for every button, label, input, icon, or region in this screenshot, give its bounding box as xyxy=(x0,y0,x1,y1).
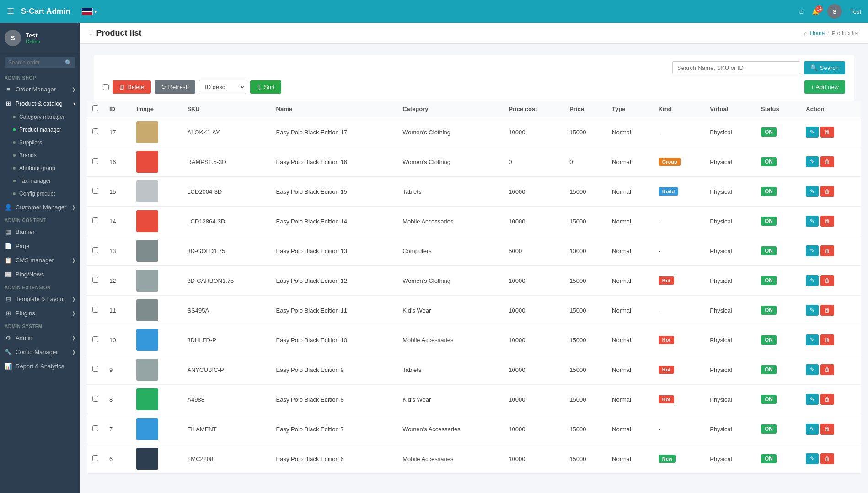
td-image xyxy=(131,177,182,207)
delete-row-button[interactable]: 🗑 xyxy=(820,305,834,316)
sidebar-item-plugins[interactable]: ⊞ Plugins ❯ xyxy=(0,306,80,320)
row-checkbox[interactable] xyxy=(92,366,98,372)
td-sku: TMC2208 xyxy=(182,444,270,474)
td-category: Kid's Wear xyxy=(397,385,503,414)
delete-row-button[interactable]: 🗑 xyxy=(820,394,834,405)
td-sku: RAMPS1.5-3D xyxy=(182,147,270,177)
select-all-checkbox[interactable] xyxy=(103,84,109,90)
sidebar-item-report-analytics[interactable]: 📊 Report & Analytics xyxy=(0,359,80,373)
page-title: Product list xyxy=(96,28,142,38)
sort-select[interactable]: ID desc ID asc Name asc Name desc xyxy=(199,80,246,94)
sidebar-item-banner[interactable]: ▦ Banner xyxy=(0,225,80,239)
row-checkbox[interactable] xyxy=(92,307,98,313)
sidebar-item-config-product[interactable]: Config product xyxy=(0,187,80,200)
sidebar-item-cms-manager[interactable]: 📋 CMS manager ❯ xyxy=(0,253,80,267)
top-user-name[interactable]: Test xyxy=(850,8,861,15)
td-price-cost: 10000 xyxy=(503,207,564,236)
td-image xyxy=(131,355,182,385)
sidebar-item-page[interactable]: 📄 Page xyxy=(0,239,80,253)
sidebar-item-suppliers[interactable]: Suppliers xyxy=(0,136,80,149)
add-new-button[interactable]: + Add new xyxy=(804,80,845,94)
kind-badge: Build xyxy=(659,187,679,196)
td-status: ON xyxy=(755,325,800,355)
edit-button[interactable]: ✎ xyxy=(806,216,819,227)
sidebar-item-admin[interactable]: ⚙ Admin ❯ xyxy=(0,331,80,345)
edit-button[interactable]: ✎ xyxy=(806,364,819,375)
td-type: Normal xyxy=(606,236,653,266)
notifications-count: 14 xyxy=(815,5,823,13)
breadcrumb-home[interactable]: Home xyxy=(810,30,825,37)
td-category: Mobile Accessaries xyxy=(397,207,503,236)
edit-button[interactable]: ✎ xyxy=(806,275,819,286)
delete-row-button[interactable]: 🗑 xyxy=(820,245,834,256)
language-selector[interactable]: ▾ xyxy=(82,8,97,15)
search-input[interactable] xyxy=(672,61,800,74)
row-checkbox[interactable] xyxy=(92,128,98,134)
edit-button[interactable]: ✎ xyxy=(806,453,819,464)
row-checkbox[interactable] xyxy=(92,455,98,461)
delete-row-button[interactable]: 🗑 xyxy=(820,186,834,197)
edit-button[interactable]: ✎ xyxy=(806,334,819,345)
delete-row-button[interactable]: 🗑 xyxy=(820,127,834,138)
sidebar-item-attribute-group[interactable]: Attribute group xyxy=(0,162,80,175)
row-checkbox[interactable] xyxy=(92,158,98,164)
delete-row-button[interactable]: 🗑 xyxy=(820,216,834,227)
sidebar-item-customer-manager[interactable]: 👤 Customer Manager ❯ xyxy=(0,200,80,214)
list-icon: ≡ xyxy=(89,30,93,37)
row-checkbox[interactable] xyxy=(92,396,98,402)
edit-button[interactable]: ✎ xyxy=(806,245,819,256)
home-icon-bc: ⌂ xyxy=(804,30,807,37)
row-checkbox[interactable] xyxy=(92,336,98,342)
delete-row-button[interactable]: 🗑 xyxy=(820,156,834,167)
avatar[interactable]: S xyxy=(827,4,842,19)
delete-button[interactable]: 🗑 Delete xyxy=(113,80,151,94)
sidebar-item-product-catalog[interactable]: ⊞ Product & catalog ▾ xyxy=(0,96,80,111)
row-checkbox[interactable] xyxy=(92,425,98,431)
dot-icon xyxy=(13,141,16,144)
edit-button[interactable]: ✎ xyxy=(806,394,819,405)
sidebar-item-template-layout[interactable]: ⊟ Template & Layout ❯ xyxy=(0,292,80,306)
delete-row-button[interactable]: 🗑 xyxy=(820,453,834,464)
td-type: Normal xyxy=(606,444,653,474)
edit-button[interactable]: ✎ xyxy=(806,156,819,167)
delete-row-button[interactable]: 🗑 xyxy=(820,334,834,345)
section-admin-system: ADMIN SYSTEM xyxy=(0,320,80,331)
td-category: Computers xyxy=(397,236,503,266)
td-sku: 3D-GOLD1.75 xyxy=(182,236,270,266)
delete-row-button[interactable]: 🗑 xyxy=(820,364,834,375)
sidebar-user-status: Online xyxy=(26,39,40,44)
td-kind: Hot xyxy=(653,355,705,385)
sidebar-item-brands[interactable]: Brands xyxy=(0,149,80,162)
refresh-button[interactable]: ↻ Refresh xyxy=(155,80,196,94)
row-checkbox[interactable] xyxy=(92,217,98,223)
sidebar-item-category-manager[interactable]: Category manager xyxy=(0,111,80,123)
sidebar-item-tax-manager[interactable]: Tax manager xyxy=(0,175,80,187)
sidebar-item-product-manager[interactable]: Product manager xyxy=(0,123,80,136)
section-admin-content: ADMIN CONTENT xyxy=(0,214,80,225)
sidebar-item-blog-news[interactable]: 📰 Blog/News xyxy=(0,267,80,281)
edit-button[interactable]: ✎ xyxy=(806,424,819,435)
sort-button[interactable]: ⇅ Sort xyxy=(250,80,281,94)
delete-row-button[interactable]: 🗑 xyxy=(820,424,834,435)
search-button[interactable]: 🔍 Search xyxy=(804,61,845,74)
sidebar-item-order-manager[interactable]: ≡ Order Manager ❯ xyxy=(0,82,80,96)
edit-button[interactable]: ✎ xyxy=(806,305,819,316)
hamburger-icon[interactable]: ☰ xyxy=(7,6,14,16)
brands-label: Brands xyxy=(19,152,37,159)
delete-row-button[interactable]: 🗑 xyxy=(820,275,834,286)
td-name: Easy Polo Black Edition 16 xyxy=(271,147,397,177)
product-table: ID Image SKU Name Category Price cost Pr… xyxy=(87,101,861,474)
row-checkbox[interactable] xyxy=(92,188,98,194)
home-icon[interactable]: ⌂ xyxy=(799,7,804,16)
sidebar-item-config-manager[interactable]: 🔧 Config Manager ❯ xyxy=(0,345,80,359)
search-icon[interactable]: 🔍 xyxy=(65,59,72,66)
edit-button[interactable]: ✎ xyxy=(806,127,819,138)
edit-button[interactable]: ✎ xyxy=(806,186,819,197)
td-price: 15000 xyxy=(564,414,606,444)
row-checkbox[interactable] xyxy=(92,247,98,253)
header-checkbox[interactable] xyxy=(92,105,98,111)
notifications-bell[interactable]: 🔔 14 xyxy=(812,8,819,15)
td-virtual: Physical xyxy=(704,236,755,266)
row-checkbox[interactable] xyxy=(92,277,98,283)
th-sku: SKU xyxy=(182,101,270,117)
